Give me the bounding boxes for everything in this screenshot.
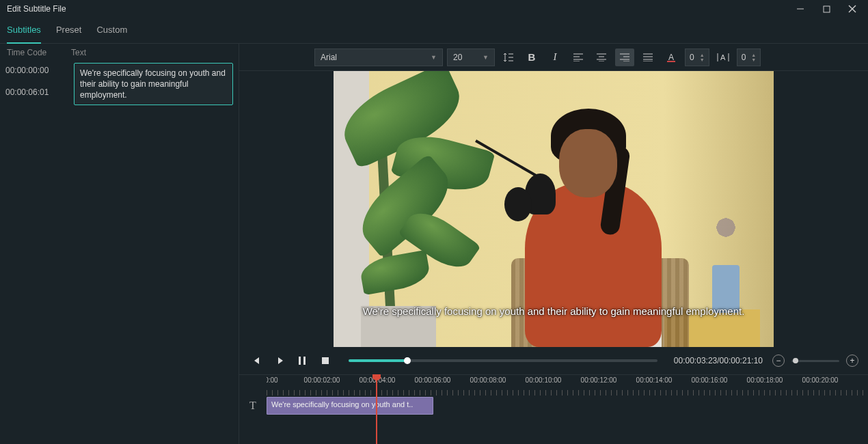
ruler-label: 00:00:16:00 [692,376,728,384]
ruler-label: 00:00:20:00 [802,376,839,384]
align-right-button[interactable] [615,48,634,66]
ruler-label: 00:00:02:00 [304,376,340,384]
ruler-label: 0:00:00 [267,376,278,384]
font-size-select[interactable]: 20 ▼ [447,48,495,66]
ruler-label: 00:00:06:00 [415,376,451,384]
ruler-label: 00:00:18:00 [747,376,783,384]
subtitle-list-header: Time Code Text [0,44,239,60]
line-height-spinner[interactable]: 0 ▲▼ [737,48,761,66]
ruler-label: 00:00:08:00 [470,376,506,384]
letter-spacing-button[interactable]: A [714,48,733,66]
stop-button[interactable] [318,354,332,367]
column-timecode: Time Code [7,48,71,57]
playhead[interactable] [376,375,377,444]
font-family-value: Arial [321,53,337,62]
zoom-slider[interactable] [791,360,839,362]
char-spacing-value: 0 [690,53,694,62]
svg-rect-11 [322,357,329,364]
zoom-slider-thumb[interactable] [793,358,798,363]
subtitle-row[interactable]: 00:00:00:00 00:00:06:01 We're specifical… [0,60,239,108]
ruler-label: 00:00:10:00 [526,376,562,384]
maximize-button[interactable] [813,0,839,18]
step-back-icon [251,356,260,365]
subtitle-track: T We're specifically focusing on youth a… [239,396,868,416]
svg-rect-10 [303,357,306,365]
text-color-button[interactable]: A [662,48,681,66]
italic-button[interactable]: I [545,48,565,66]
ruler-ticks [267,390,868,396]
window-title: Edit Subtitle File [7,4,66,14]
line-spacing-button[interactable] [499,48,518,66]
track-content[interactable]: We're specifically focusing on youth and… [267,396,868,416]
align-left-button[interactable] [569,48,588,66]
char-spacing-spinner[interactable]: 0 ▲▼ [685,48,709,66]
ruler-label: 00:00:14:00 [636,376,673,384]
player-controls: 00:00:03:23/00:00:21:10 − + [239,347,868,374]
progress-slider[interactable] [349,359,657,362]
titlebar: Edit Subtitle File [0,0,868,18]
align-center-icon [597,53,606,61]
subtitle-overlay: We're specifically focusing on youth and… [334,305,774,317]
zoom-controls: − + [772,355,858,367]
play-icon [274,356,284,365]
letter-spacing-icon: A [717,53,729,62]
svg-text:A: A [720,53,726,61]
content-area: Arial ▼ 20 ▼ B I [239,44,868,444]
subtitle-start-time[interactable]: 00:00:00:00 [5,66,70,75]
svg-rect-9 [299,357,301,365]
timeline[interactable]: 0:00:0000:00:02:0000:00:04:0000:00:06:00… [239,374,868,444]
text-format-toolbar: Arial ▼ 20 ▼ B I [239,44,868,71]
ruler-label: 00:00:12:00 [581,376,617,384]
pause-button[interactable] [295,354,309,367]
total-time: 00:00:21:10 [720,356,763,365]
subtitle-text-input[interactable]: We're specifically focusing on youth and… [74,63,233,105]
step-back-button[interactable] [249,354,262,367]
column-text: Text [71,48,232,57]
align-justify-icon [643,53,653,61]
close-button[interactable] [839,0,865,18]
line-height-value: 0 [742,53,746,62]
font-size-value: 20 [453,53,462,62]
align-center-button[interactable] [592,48,611,66]
chevron-down-icon: ▼ [483,54,489,61]
play-button[interactable] [272,354,286,367]
pause-icon [298,356,306,365]
tab-preset[interactable]: Preset [56,18,82,44]
stop-icon [321,357,329,365]
zoom-in-button[interactable]: + [846,355,858,367]
bold-button[interactable]: B [522,48,541,66]
tab-bar: Subtitles Preset Custom [0,18,868,44]
progress-fill [349,359,407,362]
window-controls [787,0,865,18]
time-display: 00:00:03:23/00:00:21:10 [674,356,763,365]
progress-thumb[interactable] [404,357,411,364]
tab-custom[interactable]: Custom [96,18,127,44]
chevron-down-icon: ▼ [431,54,437,61]
text-color-icon: A [666,53,676,62]
align-right-icon [620,53,629,61]
minimize-icon [796,5,804,13]
text-track-icon: T [239,400,267,412]
line-spacing-icon [503,52,514,63]
minimize-button[interactable] [787,0,813,18]
subtitle-list-panel: Time Code Text 00:00:00:00 00:00:06:01 W… [0,44,239,444]
font-family-select[interactable]: Arial ▼ [314,48,443,66]
video-preview-area: We're specifically focusing on youth and… [239,71,868,347]
zoom-out-button[interactable]: − [772,355,785,367]
close-icon [848,5,856,13]
video-preview[interactable]: We're specifically focusing on youth and… [334,71,774,347]
spinner-arrows-icon[interactable]: ▲▼ [700,53,705,62]
subtitle-end-time[interactable]: 00:00:06:01 [5,87,70,97]
subtitle-times: 00:00:00:00 00:00:06:01 [5,63,70,105]
svg-text:A: A [668,53,674,62]
timeline-ruler[interactable]: 0:00:0000:00:02:0000:00:04:0000:00:06:00… [267,375,868,396]
align-justify-button[interactable] [638,48,657,66]
maximize-icon [823,5,830,13]
current-time: 00:00:03:23 [674,356,717,365]
svg-rect-1 [824,6,830,12]
align-left-icon [573,53,583,61]
spinner-arrows-icon[interactable]: ▲▼ [751,53,756,62]
tab-subtitles[interactable]: Subtitles [7,18,41,44]
subtitle-clip[interactable]: We're specifically focusing on youth and… [267,397,433,415]
